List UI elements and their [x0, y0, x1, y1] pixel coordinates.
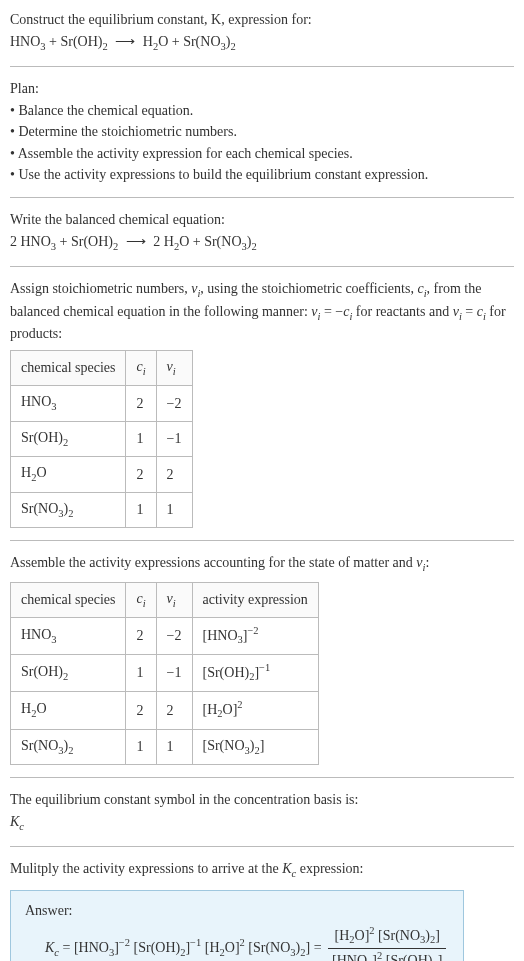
answer-box: Answer: Kc = [HNO3]−2 [Sr(OH)2]−1 [H2O]2…	[10, 890, 464, 961]
table-row: Sr(NO3)2 1 1 [Sr(NO3)2]	[11, 729, 319, 764]
balanced-equation: 2 HNO3 + Sr(OH)2 ⟶ 2 H2O + Sr(NO3)2	[10, 232, 514, 254]
species-srno32: Sr(NO3)2	[183, 34, 236, 49]
divider	[10, 197, 514, 198]
table-row: Sr(OH)2 1 −1 [Sr(OH)2]−1	[11, 655, 319, 692]
arrow-icon: ⟶	[126, 234, 146, 249]
plan-title: Plan:	[10, 79, 514, 99]
plan-bullet-4: • Use the activity expressions to build …	[10, 165, 514, 185]
col-activity: activity expression	[192, 582, 318, 617]
multiply-text: Mulitply the activity expressions to arr…	[10, 859, 514, 881]
assemble-text: Assemble the activity expressions accoun…	[10, 553, 514, 575]
table-row: HNO3 2 −2 [HNO3]−2	[11, 618, 319, 655]
intro-equation: HNO3 + Sr(OH)2 ⟶ H2O + Sr(NO3)2	[10, 32, 514, 54]
col-species: chemical species	[11, 582, 126, 617]
divider	[10, 846, 514, 847]
plan-bullet-1: • Balance the chemical equation.	[10, 101, 514, 121]
table-row: H2O 2 2 [H2O]2	[11, 692, 319, 729]
balanced-title: Write the balanced chemical equation:	[10, 210, 514, 230]
col-ci: ci	[126, 582, 156, 617]
col-ci: ci	[126, 350, 156, 385]
col-nui: νi	[156, 350, 192, 385]
divider	[10, 540, 514, 541]
answer-label: Answer:	[25, 901, 449, 921]
col-species: chemical species	[11, 350, 126, 385]
plan-bullet-2: • Determine the stoichiometric numbers.	[10, 122, 514, 142]
col-nui: νi	[156, 582, 192, 617]
divider	[10, 266, 514, 267]
species-hno3: HNO3	[10, 34, 46, 49]
plan-bullet-3: • Assemble the activity expression for e…	[10, 144, 514, 164]
symbol-text: The equilibrium constant symbol in the c…	[10, 790, 514, 810]
arrow-icon: ⟶	[115, 34, 135, 49]
intro-text: Construct the equilibrium constant, K, e…	[10, 12, 312, 27]
divider	[10, 66, 514, 67]
species-sroh2: Sr(OH)2	[61, 34, 108, 49]
fraction: [H2O]2 [Sr(NO3)2] [HNO3]2 [Sr(OH)2]	[328, 924, 446, 961]
table-row: HNO3 2 −2	[11, 386, 193, 421]
table-row: Sr(OH)2 1 −1	[11, 421, 193, 456]
table-header-row: chemical species ci νi	[11, 350, 193, 385]
answer-equation: Kc = [HNO3]−2 [Sr(OH)2]−1 [H2O]2 [Sr(NO3…	[45, 924, 449, 961]
kc-symbol: Kc	[10, 812, 514, 834]
table-row: Sr(NO3)2 1 1	[11, 492, 193, 527]
species-h2o: H2O	[143, 34, 169, 49]
divider	[10, 777, 514, 778]
assign-text: Assign stoichiometric numbers, νi, using…	[10, 279, 514, 344]
table-row: H2O 2 2	[11, 457, 193, 492]
intro-line1: Construct the equilibrium constant, K, e…	[10, 10, 514, 30]
stoich-table: chemical species ci νi HNO3 2 −2 Sr(OH)2…	[10, 350, 193, 528]
table-header-row: chemical species ci νi activity expressi…	[11, 582, 319, 617]
activity-table: chemical species ci νi activity expressi…	[10, 582, 319, 765]
